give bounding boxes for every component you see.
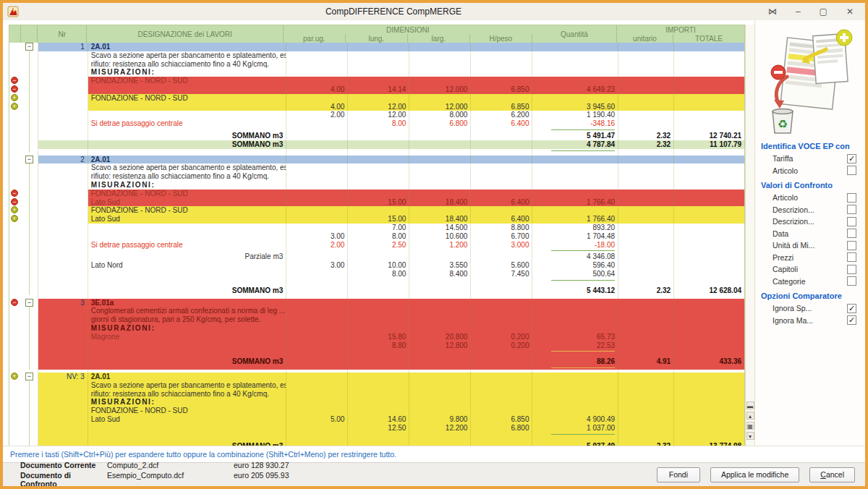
close-icon[interactable]: ✕ (846, 6, 854, 17)
table-row[interactable]: Magrone15.8020.8000.20065.73 (9, 333, 744, 341)
checkbox[interactable] (847, 217, 856, 226)
cell-q: 1 766.40 (532, 198, 618, 207)
cell-pu: 3.00 (286, 232, 348, 241)
table-row[interactable]: Scavo a sezione aperta per sbancamento e… (9, 163, 744, 172)
checkbox[interactable]: ✓ (847, 315, 856, 325)
table-row[interactable]: MISURAZIONI: (9, 181, 744, 190)
checkbox[interactable] (847, 265, 856, 274)
table-row[interactable]: Si detrae passaggio centrale2.002.501.20… (9, 241, 744, 250)
table-row[interactable]: 2.0012.008.0006.2001 190.40 (9, 111, 744, 119)
minimize-icon[interactable]: – (796, 6, 801, 17)
table-row[interactable]: giorni di stagionatura, pari a 250 Kg/cm… (9, 315, 744, 324)
table-row[interactable]: SOMMANO m388.264.91433.36 (9, 357, 744, 366)
cell-nr (38, 333, 88, 341)
scroll-up-icon[interactable]: ▴ (746, 412, 754, 420)
column-header-quantita[interactable]: Quantità (532, 25, 617, 43)
table-row[interactable]: MISURAZIONI: (9, 398, 744, 407)
table-row[interactable]: Scavo a sezione aperta per sbancamento e… (9, 381, 744, 390)
checkbox[interactable] (847, 193, 856, 203)
table-row[interactable]: −Lato Sud15.0018.4006.4001 766.40 (9, 198, 744, 207)
table-row[interactable]: 3.008.0010.6006.7001 704.48 (9, 232, 744, 241)
column-header-lung[interactable]: lung. (346, 34, 408, 43)
scroll-down-icon[interactable]: ▾ (746, 432, 754, 440)
table-row[interactable]: SOMMANO m34 787.842.3211 107.79 (9, 140, 744, 149)
apply-changes-button[interactable]: Applica le modifiche (710, 467, 799, 482)
cell-tot (674, 381, 744, 390)
cell-la: 14.500 (409, 224, 471, 232)
maximize-icon[interactable]: ▢ (820, 6, 827, 17)
table-row[interactable]: −FONDAZIONE - NORD - SUD (9, 77, 744, 85)
table-row[interactable]: rifiuto: resistenza allo schiacciamento … (9, 60, 744, 69)
table-row[interactable]: 8.8012.8000.20022.53 (9, 341, 744, 350)
table-row[interactable]: Si detrae passaggio centrale8.006.8006.4… (9, 119, 744, 128)
table-row[interactable]: +−NV: 32A.01 (9, 373, 744, 381)
table-row[interactable]: 8.008.4007.450500.64 (9, 270, 744, 278)
column-header-importi[interactable]: IMPORTI (617, 25, 744, 34)
checkbox[interactable] (847, 276, 856, 286)
column-header-dimensioni[interactable]: DIMENSIONI (284, 25, 532, 34)
checkbox[interactable] (847, 252, 856, 262)
collapse-toggle[interactable]: − (25, 43, 33, 51)
cell-la: 1.200 (409, 241, 471, 250)
cell-des (88, 232, 287, 241)
table-row[interactable]: 12.5012.2006.8001 037.00 (9, 424, 744, 433)
grid-scrollbar[interactable]: ▬▴▦▾ (745, 25, 754, 446)
table-row[interactable]: +FONDAZIONE - NORD - SUD (9, 206, 744, 215)
cell-tot (674, 261, 744, 270)
collapse-toggle[interactable]: − (25, 373, 33, 380)
cell-lu (348, 381, 409, 390)
table-row[interactable]: −22A.01 (9, 156, 744, 164)
cell-h (471, 132, 532, 140)
table-row[interactable]: SOMMANO m35 443.122.3212 628.04 (9, 286, 744, 295)
cell-h (471, 286, 532, 295)
table-row[interactable]: SOMMANO m35 491.472.3212 740.21 (9, 132, 744, 140)
column-header-par-ug[interactable]: par.ug. (284, 34, 346, 43)
cell-nr (38, 215, 88, 224)
checkbox[interactable] (847, 241, 856, 250)
table-row[interactable]: −FONDAZIONE - NORD - SUD (9, 190, 744, 198)
cancel-button[interactable]: Cancel (809, 467, 855, 482)
table-row[interactable]: MISURAZIONI: (9, 324, 744, 333)
table-row[interactable]: +Lato Sud15.0018.4006.4001 766.40 (9, 215, 744, 224)
table-row[interactable]: Scavo a sezione aperta per sbancamento e… (9, 51, 744, 60)
column-header-unitario[interactable]: unitario (617, 34, 673, 43)
table-row[interactable]: −−33E.01a (9, 299, 744, 307)
cell-h: 6.400 (471, 119, 532, 128)
checkbox[interactable]: ✓ (847, 154, 856, 163)
table-row[interactable]: −12A.01 (9, 43, 744, 51)
checkbox[interactable]: ✓ (847, 304, 856, 313)
checkbox[interactable] (847, 166, 856, 175)
table-row[interactable]: Conglomerati cementizi armati confeziona… (9, 307, 744, 315)
cell-tot: 12 628.04 (674, 286, 744, 295)
go-to-row-icon[interactable]: ▦ (746, 422, 754, 430)
table-row[interactable]: Lato Nord3.0010.003.5505.600596.40 (9, 261, 744, 270)
scroll-thumb[interactable]: ▬ (746, 401, 754, 409)
table-row[interactable]: 7.0014.5008.800893.20 (9, 224, 744, 232)
column-header-nr[interactable]: Nr (38, 25, 87, 43)
column-header-hpeso[interactable]: H/peso (470, 34, 532, 43)
cell-un (618, 119, 674, 128)
collapse-toggle[interactable]: − (25, 299, 33, 307)
cell-exp (21, 206, 38, 215)
column-header-larg[interactable]: larg. (408, 34, 470, 43)
table-row[interactable]: +4.0012.0012.0006.8503 945.60 (9, 103, 744, 111)
table-row[interactable] (9, 436, 744, 442)
checkbox[interactable] (847, 229, 856, 238)
cell-h: 6.200 (471, 111, 532, 119)
dock-icon[interactable]: ⋈ (768, 6, 777, 17)
table-row[interactable]: FONDAZIONE - NORD - SUD (9, 407, 744, 415)
collapse-toggle[interactable]: − (25, 156, 33, 163)
cell-h: 6.850 (471, 415, 532, 424)
cell-tot (674, 436, 744, 442)
fondi-button[interactable]: Fondi (657, 467, 700, 482)
table-row[interactable]: +FONDAZIONE - NORD - SUD (9, 94, 744, 103)
checkbox[interactable] (847, 205, 856, 214)
table-row[interactable]: Parziale m34 346.08 (9, 252, 744, 261)
table-row[interactable]: rifiuto: resistenza allo schiacciamento … (9, 390, 744, 399)
table-row[interactable]: −4.0014.1412.0006.8504 649.23 (9, 85, 744, 94)
table-row[interactable]: Lato Sud5.0014.609.8006.8504 900.49 (9, 415, 744, 424)
table-row[interactable]: MISURAZIONI: (9, 68, 744, 77)
table-row[interactable]: rifiuto: resistenza allo schiacciamento … (9, 172, 744, 181)
column-header-designazione[interactable]: DESIGNAZIONE dei LAVORI (87, 25, 283, 43)
column-header-totale[interactable]: TOTALE (673, 34, 744, 43)
